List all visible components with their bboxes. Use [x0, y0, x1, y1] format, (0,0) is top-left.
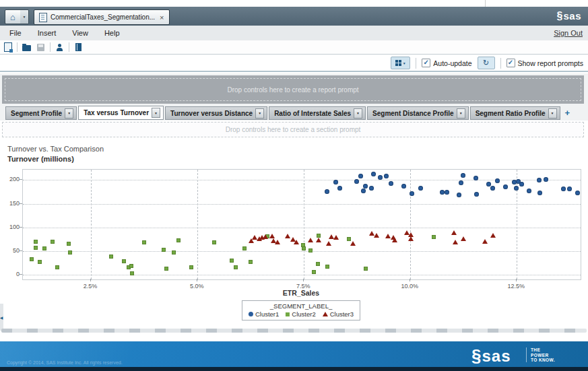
x-gridline: [410, 170, 411, 279]
scatter-plot[interactable]: [22, 169, 581, 280]
menu-file[interactable]: File: [0, 29, 30, 37]
auto-update-toggle[interactable]: ✓ Auto-update: [422, 59, 471, 67]
data-point-cluster2: [129, 264, 133, 268]
top-divider: [485, 0, 486, 7]
home-icon: ⌂: [10, 13, 15, 22]
data-point-cluster2: [176, 238, 181, 242]
x-tick-label: 5.0%: [185, 283, 208, 290]
report-tab-label: CommercialTaxes_Segmentation...: [51, 13, 155, 21]
report-workspace: Drop controls here to create a report pr…: [0, 73, 588, 328]
collapsed-panel-handle[interactable]: ◀: [0, 304, 3, 331]
report-tab[interactable]: CommercialTaxes_Segmentation... ×: [34, 9, 170, 25]
data-point-cluster2: [130, 271, 134, 275]
menu-insert[interactable]: Insert: [30, 29, 65, 37]
data-point-cluster2: [234, 265, 238, 269]
x-tick-mark: [516, 279, 517, 281]
tab-ratio-of-interstate-sales[interactable]: Ratio of Interstate Sales ▼: [269, 106, 366, 120]
report-prompt-dropzone[interactable]: Drop controls here to create a report pr…: [2, 75, 584, 104]
data-point-cluster1: [361, 189, 366, 193]
auto-update-checkbox[interactable]: ✓: [422, 59, 430, 67]
data-point-cluster2: [325, 265, 329, 269]
section-prompt-dropzone[interactable]: Drop controls here to create a section p…: [2, 122, 584, 137]
close-tab-icon[interactable]: ×: [160, 14, 164, 21]
tab-turnover-versus-distance[interactable]: Turnover versus Distance ▼: [165, 106, 267, 120]
toolbar-separator: [69, 42, 69, 52]
menu-bar: File Insert View Help Sign Out: [0, 26, 588, 41]
app-window: ⌂ ▼ CommercialTaxes_Segmentation... × § …: [0, 0, 588, 371]
open-icon[interactable]: [22, 42, 32, 53]
x-tick-label: 12.5%: [504, 283, 527, 290]
user-icon[interactable]: [55, 42, 65, 53]
data-point-cluster1: [354, 179, 359, 184]
x-gridline: [304, 170, 304, 279]
menu-help[interactable]: Help: [96, 29, 128, 37]
data-point-cluster3: [392, 238, 397, 242]
report-prompt-text: Drop controls here to create a report pr…: [227, 86, 358, 94]
data-point-cluster2: [364, 267, 368, 271]
cluster1-circle-icon: [249, 312, 253, 316]
refresh-button[interactable]: ↻: [478, 57, 495, 69]
tab-tax-versus-turnover[interactable]: Tax versus Turnover ▼: [78, 106, 164, 120]
toolbar: [0, 40, 588, 55]
data-point-cluster1: [537, 178, 542, 182]
layout-grid-button[interactable]: ▼: [391, 57, 410, 69]
tab-dropdown-icon[interactable]: ▼: [548, 108, 557, 119]
data-point-cluster2: [242, 246, 247, 250]
tab-dropdown-icon[interactable]: ▼: [65, 108, 73, 119]
data-point-cluster1: [384, 174, 389, 178]
new-report-icon[interactable]: [3, 42, 13, 53]
tab-segment-distance-profile[interactable]: Segment Distance Profile ▼: [367, 106, 469, 120]
chart-legend: _SEGMENT_LABEL_ Cluster1 Cluster2 Cluste…: [242, 300, 360, 321]
data-point-cluster2: [162, 248, 166, 252]
y-tick-label: 150: [2, 200, 20, 207]
data-point-cluster3: [326, 241, 331, 246]
data-point-cluster1: [514, 186, 519, 191]
tab-dropdown-icon[interactable]: ▼: [255, 108, 264, 119]
data-point-cluster1: [371, 172, 376, 176]
y-tick-mark: [20, 203, 22, 204]
data-point-cluster3: [451, 230, 457, 235]
sign-out-link[interactable]: Sign Out: [554, 29, 583, 37]
data-point-cluster1: [389, 181, 393, 186]
tab-dropdown-icon[interactable]: ▼: [152, 108, 160, 118]
data-point-cluster3: [461, 236, 466, 241]
save-icon[interactable]: [36, 42, 46, 53]
data-point-cluster1: [519, 182, 524, 187]
home-dropdown-button[interactable]: ▼: [20, 9, 29, 24]
tab-segment-profile[interactable]: Segment Profile ▼: [5, 106, 77, 120]
add-section-tab-button[interactable]: +: [562, 108, 574, 120]
home-button[interactable]: ⌂: [5, 9, 21, 24]
show-prompts-label: Show report prompts: [518, 59, 583, 67]
data-point-cluster1: [378, 175, 383, 180]
y-gridline: [23, 275, 581, 275]
show-prompts-checkbox[interactable]: ✓: [507, 59, 515, 67]
toolbar-separator: [17, 42, 18, 52]
y-tick-mark: [20, 227, 22, 228]
data-point-cluster2: [51, 240, 55, 244]
legend-title: _SEGMENT_LABEL_: [249, 302, 354, 310]
data-point-cluster3: [333, 235, 339, 240]
legend-item-cluster1: Cluster1: [249, 310, 279, 318]
data-point-cluster2: [432, 235, 436, 239]
data-point-cluster3: [308, 238, 313, 242]
menu-view[interactable]: View: [64, 29, 96, 37]
x-tick-mark: [410, 279, 410, 281]
tab-segment-ratio-profile[interactable]: Segment Ratio Profile ▼: [470, 106, 560, 120]
x-tick-label: 2.5%: [79, 283, 102, 290]
data-point-cluster1: [418, 186, 423, 191]
tab-dropdown-icon[interactable]: ▼: [457, 108, 465, 119]
toggle-panel-icon[interactable]: [73, 42, 84, 53]
tab-dropdown-icon[interactable]: ▼: [354, 108, 362, 119]
data-point-cluster1: [410, 191, 414, 196]
show-report-prompts-toggle[interactable]: ✓ Show report prompts: [507, 59, 583, 67]
sas-footer-logo: § sas: [471, 345, 511, 366]
data-point-cluster2: [34, 246, 38, 250]
sas-logo: § sas: [557, 10, 581, 22]
data-point-cluster2: [142, 240, 146, 244]
data-point-cluster2: [302, 246, 306, 250]
data-point-cluster3: [374, 233, 379, 238]
data-point-cluster1: [474, 192, 479, 197]
browser-tab-bar: ⌂ ▼ CommercialTaxes_Segmentation... × § …: [0, 7, 588, 26]
data-point-cluster1: [527, 189, 531, 193]
y-tick-label: 100: [2, 224, 20, 230]
